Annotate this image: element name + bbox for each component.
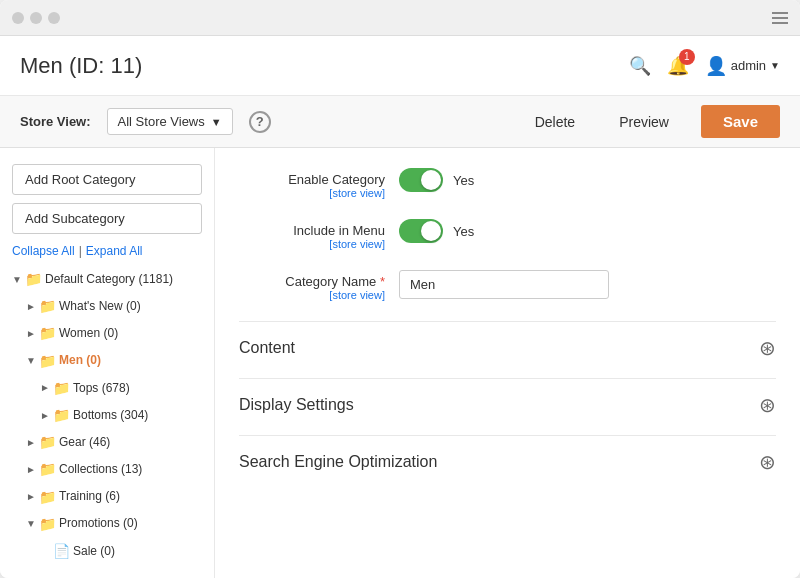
add-root-category-button[interactable]: Add Root Category [12, 164, 202, 195]
category-name-label-group: Category Name [store view] [239, 270, 399, 301]
tree-item-whats-new[interactable]: ► 📁 What's New (0) [26, 293, 202, 320]
tree-children-men: ► 📁 Tops (678) ► 📁 Bottoms (304) [26, 375, 202, 429]
add-subcategory-button[interactable]: Add Subcategory [12, 203, 202, 234]
notification-count: 1 [679, 49, 695, 65]
category-name-control [399, 270, 609, 299]
accordion-seo-chevron-icon: ⊛ [759, 450, 776, 474]
folder-icon: 📁 [53, 376, 70, 401]
search-icon[interactable]: 🔍 [629, 55, 651, 77]
menu-line-1 [772, 12, 788, 14]
tree-label: Training (6) [59, 486, 120, 508]
accordion-display-settings-header[interactable]: Display Settings ⊛ [239, 379, 776, 431]
enable-category-label-group: Enable Category [store view] [239, 168, 399, 199]
tree-toggle-icon: ▼ [12, 271, 22, 289]
accordion-content-header[interactable]: Content ⊛ [239, 322, 776, 374]
tree-toggle-icon: ► [26, 461, 36, 479]
tree-label: Women (0) [59, 323, 118, 345]
app-header: Men (ID: 11) 🔍 🔔 1 👤 admin ▼ [0, 36, 800, 96]
folder-icon: 📁 [39, 512, 56, 537]
enable-category-toggle[interactable] [399, 168, 443, 192]
header-actions: 🔍 🔔 1 👤 admin ▼ [629, 55, 780, 77]
tree-label: Tops (678) [73, 378, 130, 400]
folder-icon: 📁 [39, 430, 56, 455]
dot-green [48, 12, 60, 24]
tree-toggle-icon: ▼ [26, 352, 36, 370]
notification-bell[interactable]: 🔔 1 [667, 55, 689, 77]
accordion-seo: Search Engine Optimization ⊛ [239, 435, 776, 488]
tree-item-training[interactable]: ► 📁 Training (6) [26, 484, 202, 511]
include-in-menu-value: Yes [453, 224, 474, 239]
expand-collapse-links: Collapse All | Expand All [12, 244, 202, 258]
menu-icon[interactable] [772, 12, 788, 24]
category-name-row: Category Name [store view] [239, 270, 776, 301]
enable-category-value: Yes [453, 173, 474, 188]
category-tree: ▼ 📁 Default Category (1181) ► 📁 What's N… [12, 266, 202, 565]
include-in-menu-control: Yes [399, 219, 474, 243]
tree-label: Collections (13) [59, 459, 142, 481]
page-title: Men (ID: 11) [20, 53, 142, 79]
tree-item-men[interactable]: ▼ 📁 Men (0) [26, 348, 202, 375]
menu-line-2 [772, 17, 788, 19]
store-view-chevron-icon: ▼ [211, 116, 222, 128]
tree-item-default-category[interactable]: ▼ 📁 Default Category (1181) [12, 266, 202, 293]
tree-toggle-icon: ► [26, 298, 36, 316]
sidebar: Add Root Category Add Subcategory Collap… [0, 148, 215, 578]
folder-icon: 📁 [25, 267, 42, 292]
user-chevron-icon: ▼ [770, 60, 780, 71]
help-icon[interactable]: ? [249, 111, 271, 133]
user-menu[interactable]: 👤 admin ▼ [705, 55, 780, 77]
accordion-content-title: Content [239, 339, 295, 357]
tree-label: Gear (46) [59, 432, 110, 454]
include-in-menu-toggle[interactable] [399, 219, 443, 243]
tree-item-women[interactable]: ► 📁 Women (0) [26, 320, 202, 347]
tree-label: Promotions (0) [59, 513, 138, 535]
save-button[interactable]: Save [701, 105, 780, 138]
folder-icon: 📁 [39, 294, 56, 319]
tree-label: Men (0) [59, 350, 101, 372]
category-name-input[interactable] [399, 270, 609, 299]
store-view-dropdown[interactable]: All Store Views ▼ [107, 108, 233, 135]
user-name: admin [731, 58, 766, 73]
enable-category-row: Enable Category [store view] Yes [239, 168, 776, 199]
tree-item-sale[interactable]: 📄 Sale (0) [40, 538, 202, 565]
store-view-label: Store View: [20, 114, 91, 129]
include-in-menu-sublabel: [store view] [239, 238, 385, 250]
tree-label: Default Category (1181) [45, 269, 173, 291]
folder-icon: 📄 [53, 539, 70, 564]
tree-label: Sale (0) [73, 541, 115, 563]
include-in-menu-label: Include in Menu [293, 223, 385, 238]
folder-icon: 📁 [39, 321, 56, 346]
tree-children-default: ► 📁 What's New (0) ► 📁 Women (0) ▼ 📁 [12, 293, 202, 565]
toolbar-right: Delete Preview Save [523, 105, 780, 138]
collapse-all-link[interactable]: Collapse All [12, 244, 75, 258]
tree-toggle-icon: ▼ [26, 515, 36, 533]
accordion-seo-title: Search Engine Optimization [239, 453, 437, 471]
preview-button[interactable]: Preview [607, 108, 681, 136]
enable-category-label: Enable Category [288, 172, 385, 187]
include-in-menu-label-group: Include in Menu [store view] [239, 219, 399, 250]
tree-item-promotions[interactable]: ▼ 📁 Promotions (0) [26, 511, 202, 538]
accordion-content: Content ⊛ [239, 321, 776, 374]
accordion-content-chevron-icon: ⊛ [759, 336, 776, 360]
title-bar [0, 0, 800, 36]
tree-item-collections[interactable]: ► 📁 Collections (13) [26, 456, 202, 483]
tree-item-gear[interactable]: ► 📁 Gear (46) [26, 429, 202, 456]
store-view-value: All Store Views [118, 114, 205, 129]
tree-toggle-icon: ► [26, 434, 36, 452]
folder-icon: 📁 [53, 403, 70, 428]
main-content: Add Root Category Add Subcategory Collap… [0, 148, 800, 578]
folder-icon: 📁 [39, 349, 56, 374]
tree-label: Bottoms (304) [73, 405, 148, 427]
tree-item-bottoms[interactable]: ► 📁 Bottoms (304) [40, 402, 202, 429]
category-name-label: Category Name [285, 274, 385, 289]
expand-all-link[interactable]: Expand All [86, 244, 143, 258]
dot-red [12, 12, 24, 24]
category-name-sublabel: [store view] [239, 289, 385, 301]
tree-toggle-icon: ► [26, 488, 36, 506]
menu-line-3 [772, 22, 788, 24]
tree-item-tops[interactable]: ► 📁 Tops (678) [40, 375, 202, 402]
window-dots [12, 12, 60, 24]
tree-toggle-icon: ► [26, 325, 36, 343]
delete-button[interactable]: Delete [523, 108, 587, 136]
accordion-seo-header[interactable]: Search Engine Optimization ⊛ [239, 436, 776, 488]
